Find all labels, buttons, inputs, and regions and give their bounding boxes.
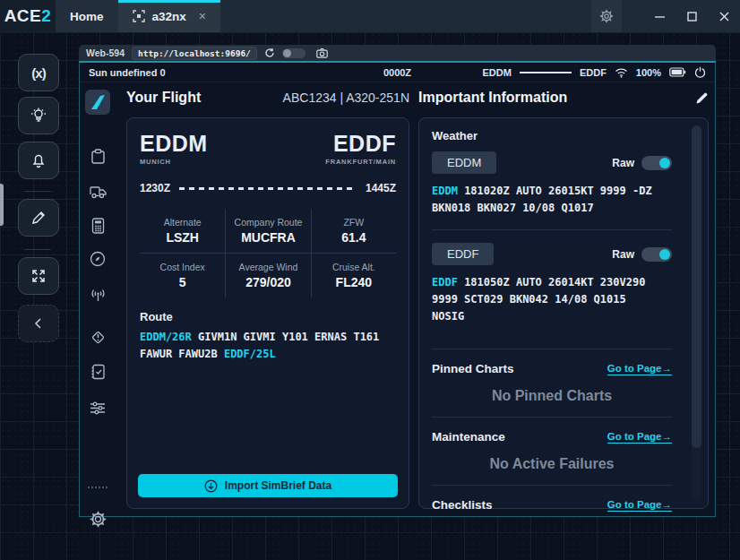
tab-home[interactable]: Home <box>56 0 118 32</box>
refresh-icon[interactable] <box>264 47 275 58</box>
raw-toggle-eddf[interactable] <box>641 247 672 262</box>
origin-city: MUNICH <box>140 158 208 166</box>
tab-a32nx-label: a32nx <box>152 10 186 23</box>
raw-toggle-eddm[interactable] <box>641 156 672 170</box>
flight-number: ABC1234 | A320-251N <box>283 90 409 105</box>
settings-gear-icon[interactable] <box>591 0 622 32</box>
metar-eddm: EDDM 181020Z AUTO 26015KT 9999 -DZ BKN01… <box>432 183 665 217</box>
status-to: EDDF <box>580 67 607 78</box>
battery-icon <box>669 67 686 77</box>
variables-button[interactable]: (x) <box>18 54 59 91</box>
tab-close-icon[interactable]: × <box>199 9 206 23</box>
metar-eddf: EDDF 181050Z AUTO 26014KT 230V290 9999 S… <box>432 274 665 325</box>
efb-checklists-tab[interactable] <box>88 362 108 382</box>
scrollbar-thumb[interactable] <box>692 125 701 448</box>
efb-dashboard-tab-active[interactable] <box>85 90 110 115</box>
power-icon[interactable] <box>694 66 706 78</box>
efb-presets-tab[interactable] <box>88 398 108 418</box>
maximize-button[interactable] <box>675 0 708 32</box>
url-field[interactable]: http://localhost:9696/ <box>132 47 257 60</box>
toggle-knob <box>659 249 670 260</box>
close-button[interactable] <box>708 0 740 32</box>
maintenance-title: Maintenance <box>432 430 505 444</box>
station-chip-eddf[interactable]: EDDF <box>432 243 494 265</box>
efb-status-bar: Sun undefined 0 0000Z EDDM EDDF 100% <box>80 63 715 82</box>
flight-stats: Alternate LSZH Company Route MUCFRA ZFW … <box>140 209 396 297</box>
calculator-icon <box>91 218 105 234</box>
status-clock: 0000Z <box>383 67 411 78</box>
checklists-link[interactable]: Go to Page→ <box>607 499 672 512</box>
efb-app: Sun undefined 0 0000Z EDDM EDDF 100% <box>79 61 716 517</box>
drawer-handle[interactable] <box>0 184 4 226</box>
efb-settings-tab[interactable] <box>88 509 108 529</box>
efb-failures-tab[interactable] <box>88 327 108 347</box>
window-controls <box>591 0 740 32</box>
weather-station-row: EDDF Raw <box>432 243 672 265</box>
pinned-charts-title: Pinned Charts <box>432 362 514 375</box>
efb-ground-tab[interactable] <box>88 182 108 202</box>
sliders-icon <box>90 401 106 416</box>
notifications-button[interactable] <box>18 142 59 179</box>
browser-bar: Web-594 http://localhost:9696/ <box>79 45 716 61</box>
ground-truck-icon <box>90 185 107 199</box>
efb-navigation-tab[interactable] <box>88 249 108 269</box>
stat-cost-index: Cost Index 5 <box>140 253 225 297</box>
toggle-knob <box>659 158 670 168</box>
collapse-sidebar-button[interactable] <box>18 305 59 342</box>
airline-logo-icon <box>90 95 106 109</box>
battery-percent: 100% <box>636 67 661 78</box>
app-logo: ACE2 <box>0 0 56 32</box>
variables-icon: (x) <box>31 65 45 81</box>
route-label: Route <box>140 310 396 323</box>
route-departure: EDDM/26R <box>140 331 192 343</box>
maintenance-link[interactable]: Go to Page→ <box>607 431 672 444</box>
failure-warning-icon <box>90 329 107 346</box>
important-info-card: Weather EDDM Raw EDDM 181020Z AUTO 26015… <box>418 117 709 509</box>
stat-cruise-alt: Cruise Alt. FL240 <box>311 253 396 297</box>
efb-sidebar-divider <box>88 487 108 488</box>
weather-label: Weather <box>432 129 672 142</box>
efb-sidebar <box>80 82 116 516</box>
minimize-button[interactable] <box>643 0 675 32</box>
stat-zfw: ZFW 61.4 <box>311 209 396 253</box>
arrival-time: 1445Z <box>366 182 396 194</box>
origin-airport: EDDM MUNICH <box>140 131 208 166</box>
stat-alternate: Alternate LSZH <box>140 209 225 253</box>
efb-dispatch-tab[interactable] <box>88 147 108 167</box>
important-info-title: Important Information <box>418 90 567 106</box>
screenshot-camera-icon[interactable] <box>316 48 328 58</box>
lights-button[interactable] <box>18 97 59 134</box>
bell-icon <box>30 151 47 169</box>
divider <box>432 229 672 230</box>
departure-time: 1230Z <box>140 182 170 194</box>
divider <box>432 485 672 486</box>
info-scrollbar[interactable] <box>692 125 701 501</box>
raw-label: Raw <box>612 248 634 261</box>
efb-atc-tab[interactable] <box>88 284 108 304</box>
pinned-charts-link[interactable]: Go to Page→ <box>607 363 672 375</box>
checklist-icon <box>90 364 106 380</box>
edit-info-pencil-icon[interactable] <box>695 91 709 105</box>
your-flight-panel: Your Flight ABC1234 | A320-251N EDDM MUN… <box>126 88 409 509</box>
expand-icon <box>30 268 47 284</box>
efb-performance-tab[interactable] <box>88 216 108 236</box>
edit-button[interactable] <box>18 199 59 237</box>
station-chip-eddm[interactable]: EDDM <box>432 151 496 174</box>
tab-home-label: Home <box>70 10 104 23</box>
destination-icao: EDDF <box>325 131 396 157</box>
pinned-charts-section: Pinned Charts Go to Page→ <box>432 362 672 375</box>
fullscreen-button[interactable] <box>18 257 59 295</box>
import-simbrief-button[interactable]: Import SimBrief Data <box>138 474 398 497</box>
devtools-toggle[interactable] <box>282 48 305 58</box>
tab-a32nx[interactable]: a32nx × <box>118 0 220 32</box>
wifi-icon <box>615 67 628 78</box>
pencil-icon <box>30 210 47 226</box>
route-arrival: EDDF/25L <box>224 348 276 360</box>
no-pinned-charts-text: No Pinned Charts <box>432 388 672 404</box>
import-simbrief-label: Import SimBrief Data <box>225 479 331 492</box>
stat-company-route: Company Route MUCFRA <box>225 209 310 253</box>
logo-text: ACE <box>4 6 42 26</box>
origin-icao: EDDM <box>140 131 208 157</box>
compass-icon <box>90 251 106 267</box>
clipboard-icon <box>90 149 106 165</box>
